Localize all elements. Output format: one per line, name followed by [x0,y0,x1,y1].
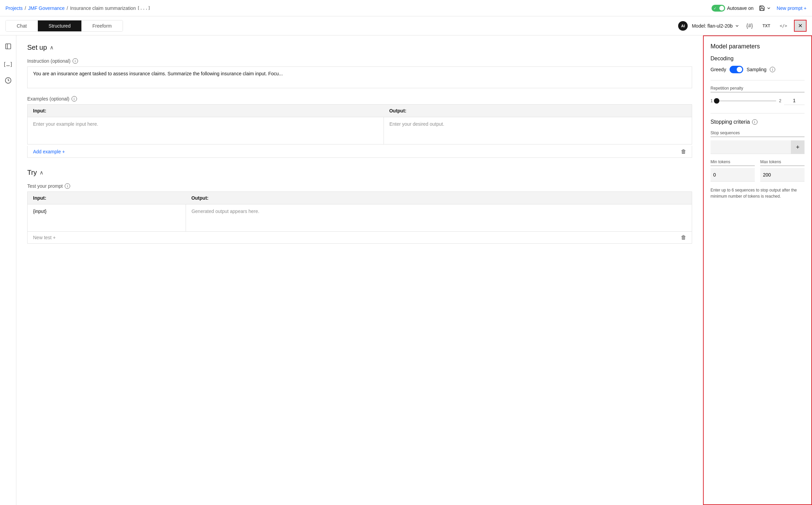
example-input-cell[interactable]: Enter your example input here. [28,117,384,144]
stop-hint: Enter up to 6 sequences to stop output a… [710,187,805,199]
new-test-button[interactable]: New test + [33,235,56,240]
stop-add-button[interactable]: + [791,140,805,154]
content-area: Set up ∧ Instruction (optional) i You ar… [16,35,703,505]
slider-max: 2 [779,98,781,103]
examples-table: Input: Output: Enter your example input … [27,104,692,144]
jmf-link[interactable]: JMF Governance [28,5,64,11]
new-prompt-label: New prompt [777,5,802,11]
close-icon: ✕ [798,22,802,29]
main-layout: […] Set up ∧ Instruction (optional) i Yo… [0,35,812,505]
autosave-label: Autosave on [727,5,754,11]
panel-title: Model parameters [710,43,805,50]
delete-example-icon[interactable]: 🗑 [681,149,686,155]
try-table: Input: Output: {input} Generated output … [27,192,692,232]
stopping-criteria-title: Stopping criteria i [710,119,805,125]
hash-icon-button[interactable]: {#} [744,21,756,30]
min-tokens-input[interactable] [710,168,755,182]
min-tokens-label: Min tokens [710,159,755,166]
breadcrumb-separator-1: / [25,5,26,11]
projects-link[interactable]: Projects [5,5,23,11]
test-info-icon[interactable]: i [65,183,70,189]
sampling-info-icon[interactable]: i [770,67,775,72]
divider-2 [710,113,805,113]
new-prompt-button[interactable]: New prompt + [777,5,807,11]
sidebar-panel-icon[interactable] [3,41,14,53]
repetition-penalty-label: Repetition penalty [710,86,805,92]
decoding-title: Decoding [710,56,805,62]
stop-sequences-label: Stop sequences [710,131,805,137]
greedy-sampling-toggle[interactable] [730,66,743,73]
stopping-info-icon[interactable]: i [752,119,758,125]
slider-thumb[interactable] [714,98,719,104]
autosave-indicator: ✓ Autosave on [712,5,754,12]
stop-sequences-row: + [710,140,805,154]
example-output-cell[interactable]: Enter your desired output. [384,117,692,144]
ai-badge: AI [678,21,688,31]
hash-icon: {#} [746,23,753,29]
examples-info-icon[interactable]: i [72,96,77,102]
txt-icon: TXT [763,24,770,28]
setup-section: Set up ∧ Instruction (optional) i You ar… [27,44,692,158]
examples-output-col: Output: [384,105,692,117]
code-icon: </> [780,24,787,28]
code-icon-button[interactable]: </> [777,22,790,30]
tab-freeform[interactable]: Freeform [81,20,123,31]
decoding-row: Greedy Sampling i [710,66,805,73]
instruction-info-icon[interactable]: i [73,58,78,64]
bracket-icon: [...] [137,5,151,11]
divider-1 [710,80,805,80]
add-example-button[interactable]: Add example + [33,149,65,154]
max-tokens-field: Max tokens [760,159,805,182]
instruction-label: Instruction (optional) [27,58,71,64]
mode-bar: Chat Structured Freeform AI Model: flan-… [0,16,812,35]
left-sidebar: […] [0,35,16,505]
slider-row: 1 2 [710,96,805,105]
min-tokens-field: Min tokens [710,159,755,182]
page-title: Insurance claim summarization [...] [70,5,151,11]
sidebar-bracket-icon[interactable]: […] [1,59,15,70]
try-output-col: Output: [186,192,692,204]
setup-title: Set up [27,44,47,51]
repetition-penalty-section: Repetition penalty 1 2 [710,86,805,105]
sampling-label: Sampling [747,67,766,72]
instruction-textarea[interactable]: You are an insurance agent tasked to ass… [27,66,692,88]
tokens-row: Min tokens Max tokens [710,159,805,182]
slider-value-input[interactable] [784,96,805,105]
mode-right: AI Model: flan-ul2-20b {#} TXT </> ✕ [678,20,807,32]
greedy-label: Greedy [710,67,726,72]
try-header: Try ∧ [27,169,692,177]
stop-sequences-input[interactable] [710,140,791,154]
save-button[interactable] [759,5,771,11]
tab-structured[interactable]: Structured [38,20,82,31]
sidebar-history-icon[interactable] [3,75,14,88]
setup-collapse-icon[interactable]: ∧ [50,44,54,51]
txt-icon-button[interactable]: TXT [760,22,773,30]
nav-right: ✓ Autosave on New prompt + [712,5,807,12]
examples-label: Examples (optional) [27,96,69,102]
chevron-down-icon [735,24,739,28]
examples-input-col: Input: [28,105,384,117]
try-input-cell[interactable]: {input} [28,204,186,232]
delete-test-icon[interactable]: 🗑 [681,234,686,241]
max-tokens-label: Max tokens [760,159,805,166]
try-output-cell: Generated output appears here. [186,204,692,232]
breadcrumb: Projects / JMF Governance / Insurance cl… [5,5,151,11]
autosave-toggle[interactable]: ✓ [712,5,725,12]
try-input-col: Input: [28,192,186,204]
check-icon: ✓ [714,6,716,10]
try-section: Try ∧ Test your prompt i Input: Output: … [27,169,692,244]
tab-chat[interactable]: Chat [6,20,38,31]
model-label: Model: flan-ul2-20b [692,23,733,29]
try-collapse-icon[interactable]: ∧ [40,169,44,176]
model-selector[interactable]: Model: flan-ul2-20b [692,23,739,29]
model-params-panel: Model parameters Decoding Greedy Samplin… [703,35,812,505]
examples-label-row: Examples (optional) i [27,96,692,102]
breadcrumb-separator-2: / [67,5,68,11]
close-panel-button[interactable]: ✕ [794,20,807,32]
max-tokens-input[interactable] [760,168,805,182]
slider-track[interactable] [716,100,777,102]
add-example-row: Add example + 🗑 [27,146,692,158]
stopping-criteria-label: Stopping criteria [710,119,750,125]
instruction-label-row: Instruction (optional) i [27,58,692,64]
top-navigation: Projects / JMF Governance / Insurance cl… [0,0,812,16]
